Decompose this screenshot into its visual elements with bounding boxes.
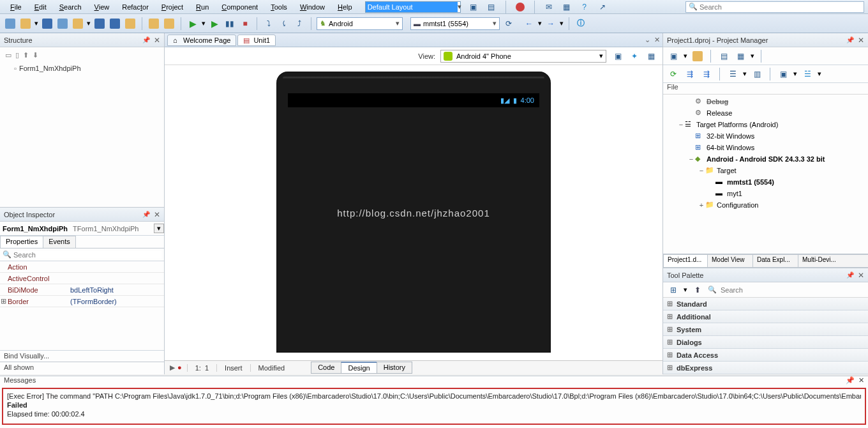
pin-icon[interactable]: 📌 (142, 36, 150, 43)
layout-value[interactable] (366, 2, 458, 12)
chevron-down-icon[interactable]: ▾ (493, 19, 497, 27)
pm-node[interactable]: ⊞32-bit Windows (663, 130, 868, 142)
calendar-icon[interactable]: ▦ (560, 1, 573, 13)
pin-icon[interactable]: 📌 (846, 376, 855, 388)
oi-search[interactable]: 🔍 (0, 248, 164, 261)
struct-down-icon[interactable]: ⬇ (33, 51, 38, 59)
mail-icon[interactable]: ✉ (542, 1, 555, 13)
pause-icon[interactable]: ▮▮ (223, 17, 236, 30)
menu-component[interactable]: Component (215, 2, 264, 12)
message-line[interactable]: [Exec Error] The command "PATH C:\Progra… (7, 392, 861, 401)
palette-category[interactable]: Standard (663, 298, 868, 310)
pm-btab[interactable]: Multi-Devi... (798, 254, 868, 268)
chevron-down-icon[interactable]: ▾ (396, 19, 400, 27)
pm-node[interactable]: −☱Target Platforms (Android) (663, 119, 868, 130)
oi-component-select[interactable]: Form1_NmXhdpiPh TForm1_NmXhdpiPh ▾ (0, 222, 164, 236)
expand-icon[interactable]: − (687, 155, 695, 163)
messages-body[interactable]: [Exec Error] The command "PATH C:\Progra… (2, 388, 866, 425)
menu-edit[interactable]: Edit (28, 2, 53, 12)
nav-back-icon[interactable]: ← (523, 17, 535, 30)
tab-welcome[interactable]: ⌂Welcome Page (167, 34, 236, 46)
oi-bind-visually[interactable]: Bind Visually... (0, 350, 164, 362)
chevron-down-icon[interactable]: ▾ (154, 224, 164, 233)
menu-window[interactable]: Window (294, 2, 331, 12)
platform-combo[interactable]: ♞ Android ▾ (317, 17, 403, 30)
expand-icon[interactable]: ⊞ (1, 297, 6, 305)
struct-tb-icon[interactable]: ▭ (5, 51, 11, 59)
btab-code[interactable]: Code (311, 362, 341, 374)
pm-cfg-icon[interactable]: ▥ (751, 68, 763, 80)
expand-icon[interactable]: − (677, 121, 685, 128)
pm-node[interactable]: ⚙Release (663, 107, 868, 119)
pm-node[interactable]: ⊞64-bit Windows (663, 142, 868, 153)
pin-icon[interactable]: 📌 (846, 271, 854, 279)
tab-dropdown-icon[interactable]: ⌄ (645, 36, 650, 44)
close-icon[interactable]: ✕ (858, 376, 864, 388)
struct-tb-icon[interactable]: ▯ (15, 51, 19, 59)
phone-screen[interactable]: ▮◢ ▮ 4:00 (288, 93, 539, 353)
pm-btab[interactable]: Project1.d... (663, 254, 708, 268)
pm-btab[interactable]: Model View (707, 254, 753, 268)
add-file-icon[interactable] (147, 17, 160, 30)
open-project-icon[interactable] (71, 17, 84, 30)
btab-design[interactable]: Design (341, 362, 377, 374)
stop-run-icon[interactable]: ■ (239, 17, 251, 30)
design-canvas[interactable]: ▮◢ ▮ 4:00 http://blog.csdn.net/jhzhao200… (165, 65, 662, 360)
remove-file-icon[interactable] (163, 17, 176, 30)
message-line[interactable]: Failed (7, 401, 861, 409)
info-icon[interactable]: ⓘ (574, 17, 587, 30)
pm-expand-icon[interactable]: ⇶ (684, 68, 696, 80)
struct-up-icon[interactable]: ⬆ (23, 51, 29, 59)
menu-run[interactable]: Run (190, 2, 215, 12)
ide-search[interactable]: 🔍 (685, 1, 864, 13)
palette-pointer-icon[interactable]: ⬆ (691, 284, 704, 296)
pm-node[interactable]: −📁Target (663, 165, 868, 176)
close-icon[interactable]: ✕ (154, 36, 160, 45)
menu-help[interactable]: Help (331, 2, 359, 12)
view-tb-icon[interactable]: ▣ (611, 50, 624, 63)
folder-icon[interactable] (124, 17, 137, 30)
record-dot-icon[interactable]: ● (177, 363, 182, 372)
palette-category[interactable]: dbExpress (663, 362, 868, 374)
save-layout-icon[interactable]: ▣ (467, 1, 480, 13)
saveall2-icon[interactable] (108, 17, 121, 30)
device-combo[interactable]: ▬ mmtst1 (5554) ▾ (410, 17, 500, 30)
close-tab-icon[interactable]: ✕ (654, 36, 660, 44)
structure-item[interactable]: Form1_NmXhdpiPh (3, 63, 161, 73)
stop-icon[interactable] (514, 1, 527, 13)
pm-node[interactable]: +📁Configuration (663, 199, 868, 211)
view-tb-icon[interactable]: ✦ (628, 50, 641, 63)
new-icon[interactable] (4, 17, 17, 30)
btab-history[interactable]: History (377, 362, 412, 374)
menu-search[interactable]: Search (53, 2, 88, 12)
pm-view-icon[interactable]: ▤ (717, 50, 730, 63)
oi-property-grid[interactable]: Action ActiveControl BiDiModebdLeftToRig… (0, 261, 164, 350)
palette-category[interactable]: System (663, 323, 868, 336)
expand-icon[interactable]: − (698, 167, 705, 174)
message-line[interactable]: Elapsed time: 00:00:02.4 (7, 409, 861, 418)
pm-add-icon[interactable] (691, 50, 704, 63)
pin-icon[interactable]: 📌 (846, 36, 854, 43)
close-icon[interactable]: ✕ (858, 271, 864, 280)
pm-node[interactable]: −◆Android - Android SDK 24.3.3 32 bit (663, 153, 868, 165)
menu-refactor[interactable]: Refactor (116, 2, 155, 12)
oi-tab-events[interactable]: Events (43, 236, 76, 248)
pm-list-icon[interactable]: ☰ (726, 68, 739, 80)
delete-layout-icon[interactable]: ▤ (485, 1, 498, 13)
ide-search-input[interactable] (700, 3, 861, 11)
expand-icon[interactable]: + (698, 201, 705, 209)
pm-filter-icon[interactable]: ☱ (801, 68, 814, 80)
layout-combo[interactable]: ▾ (365, 1, 461, 13)
step-over-icon[interactable]: ⤵ (262, 17, 275, 30)
palette-category[interactable]: Data Access (663, 349, 868, 362)
step-out-icon[interactable]: ⤴ (293, 17, 306, 30)
oi-search-input[interactable] (13, 251, 161, 259)
nav-fwd-icon[interactable]: → (544, 17, 557, 30)
menu-project[interactable]: Project (155, 2, 190, 12)
exit-icon[interactable]: ↗ (596, 1, 609, 13)
saveall-icon[interactable] (56, 17, 69, 30)
step-into-icon[interactable]: ⤹ (278, 17, 290, 30)
view-tb-icon[interactable]: ▦ (645, 50, 657, 63)
oi-tab-properties[interactable]: Properties (0, 236, 43, 248)
palette-category[interactable]: Additional (663, 310, 868, 323)
